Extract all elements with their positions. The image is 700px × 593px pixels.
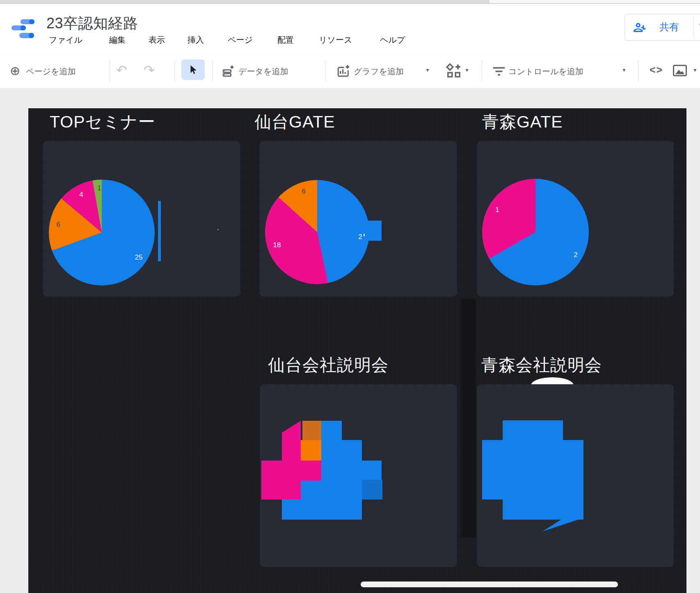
render-artifact-blue-block: [362, 221, 382, 241]
pie-slice-label: 6: [56, 221, 60, 229]
undo-icon[interactable]: ↶: [116, 62, 127, 78]
redo-icon[interactable]: ↷: [144, 62, 155, 78]
add-chart-icon: [336, 64, 350, 78]
logo-bar-bottom: [19, 33, 34, 38]
pie-slice-label: 25: [135, 253, 143, 262]
chevron-down-icon[interactable]: ▼: [425, 67, 430, 73]
pie-chart-sendai-gate[interactable]: 2 18 6: [265, 180, 369, 284]
render-artifact-dot: [217, 229, 219, 230]
chevron-down-icon[interactable]: ▼: [622, 67, 627, 73]
report-title[interactable]: 23卒認知経路: [46, 14, 138, 34]
menu-resource[interactable]: リソース: [319, 34, 352, 46]
browser-strip-right: [490, 0, 700, 3]
pie-slice-label: 1: [495, 206, 499, 214]
menu-file[interactable]: ファイル: [49, 34, 82, 46]
menu-page[interactable]: ページ: [228, 34, 253, 46]
pie-slice-label: 18: [273, 241, 281, 249]
logo-bar-top: [21, 19, 34, 24]
share-divider: [693, 17, 693, 38]
chevron-down-icon[interactable]: ▼: [698, 22, 700, 29]
chart-panel-aomori-gate[interactable]: 2 1: [477, 141, 674, 296]
add-chart-button[interactable]: グラフを追加: [354, 66, 404, 77]
pie-slice-label: 4: [79, 191, 83, 199]
chevron-down-icon[interactable]: ▼: [464, 67, 469, 73]
chart-panel-aomori-setsumeikai[interactable]: [477, 384, 674, 567]
chart-title-aomori-setsumeikai[interactable]: 青森会社説明会: [481, 354, 602, 376]
menu-insert[interactable]: 挿入: [188, 34, 204, 46]
render-artifact-blue-bar: [158, 201, 161, 261]
add-data-button[interactable]: データを追加: [238, 66, 288, 77]
person-add-icon: [632, 20, 648, 35]
cursor-icon: [188, 64, 199, 75]
add-page-button[interactable]: ページを追加: [26, 66, 75, 77]
toolbar: ⊕ ページを追加 ↶ ↷ データを追加 グラフを追加 ▼: [0, 53, 700, 89]
menu-view[interactable]: 表示: [149, 34, 165, 46]
community-visualizations-icon[interactable]: [446, 63, 462, 79]
pie-slice-label: 1: [97, 184, 101, 192]
share-label: 共有: [659, 21, 679, 34]
menu-help[interactable]: ヘルプ: [380, 34, 405, 46]
chart-title-top-seminar[interactable]: TOPセミナー: [50, 111, 155, 133]
menu-edit[interactable]: 編集: [109, 34, 126, 46]
chart-panel-top-seminar[interactable]: 25 6 4 1: [43, 141, 240, 296]
select-tool-button[interactable]: [181, 59, 205, 80]
menu-arrange[interactable]: 配置: [277, 34, 294, 46]
chart-title-aomori-gate[interactable]: 青森GATE: [482, 111, 563, 133]
chart-panel-sendai-setsumeikai[interactable]: [260, 384, 457, 567]
pie-chart-top-seminar[interactable]: 25 6 4 1: [49, 180, 155, 285]
app-header: 23卒認知経路 ファイル 編集 表示 挿入 ページ 配置 リソース ヘルプ 共有…: [0, 4, 700, 53]
pie-chart-aomori-gate[interactable]: 2 1: [482, 179, 589, 285]
add-data-icon: [221, 64, 235, 78]
chart-title-sendai-gate[interactable]: 仙台GATE: [254, 111, 335, 133]
logo-bar-middle: [11, 25, 26, 30]
share-button[interactable]: 共有 ▼: [625, 14, 700, 41]
pie-slice-label: 6: [302, 187, 305, 196]
pie-slice-label: 2: [358, 233, 362, 241]
filter-control-icon: [492, 66, 506, 76]
embed-code-icon[interactable]: <>: [650, 64, 663, 76]
pie-slice-label: 2: [574, 251, 577, 259]
horizontal-scrollbar[interactable]: [361, 582, 618, 587]
chevron-down-icon[interactable]: ▼: [693, 67, 698, 73]
plus-circle-icon[interactable]: ⊕: [10, 64, 20, 78]
render-artifact-dark-strip: [461, 299, 476, 537]
add-control-button[interactable]: コントロールを追加: [508, 66, 583, 77]
browser-strip-left: [0, 0, 490, 3]
image-icon[interactable]: [673, 65, 687, 76]
render-artifact-tick: [364, 234, 365, 236]
chart-panel-sendai-gate[interactable]: 2 18 6: [260, 141, 457, 296]
chart-title-sendai-setsumeikai[interactable]: 仙台会社説明会: [268, 354, 389, 376]
